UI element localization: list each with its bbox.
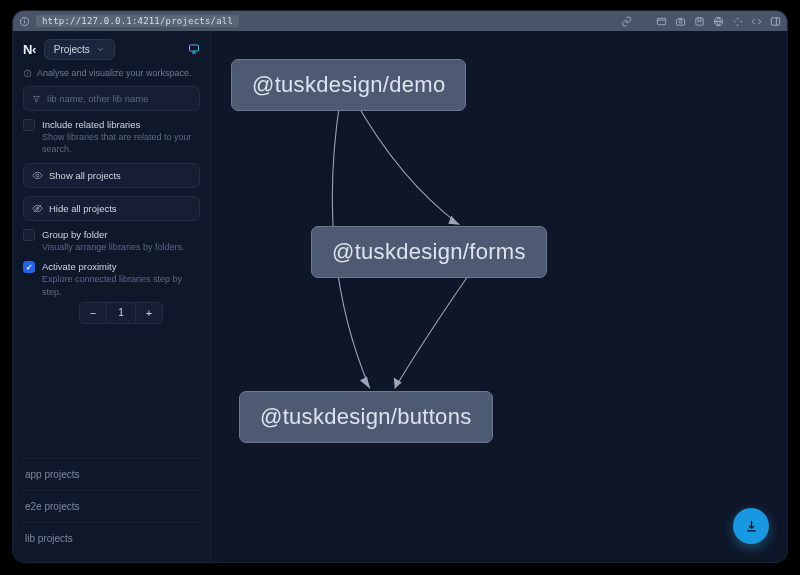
monitor-icon[interactable] [188, 43, 200, 57]
sidebar-toggle-icon[interactable] [770, 16, 781, 27]
proximity-decrement[interactable]: − [79, 302, 107, 324]
projects-dropdown-label: Projects [54, 44, 90, 55]
graph-node-demo[interactable]: @tuskdesign/demo [231, 59, 466, 111]
svg-rect-5 [676, 19, 684, 25]
svg-rect-9 [771, 17, 779, 24]
browser-url-bar: http://127.0.0.1:4211/projects/all [13, 11, 787, 31]
proximity-value: 1 [107, 302, 135, 324]
projects-dropdown[interactable]: Projects [44, 39, 115, 60]
include-related-checkbox[interactable] [23, 119, 35, 131]
download-icon [744, 519, 759, 534]
section-app-projects[interactable]: app projects [23, 458, 200, 490]
extension-icon[interactable] [732, 16, 743, 27]
bookmark-icon[interactable] [694, 16, 705, 27]
eye-icon [32, 170, 43, 181]
info-icon[interactable] [19, 16, 30, 27]
link-icon[interactable] [621, 16, 632, 27]
svg-marker-21 [360, 377, 370, 389]
svg-point-17 [36, 174, 39, 177]
search-input[interactable] [47, 93, 191, 104]
url-text[interactable]: http://127.0.0.1:4211/projects/all [36, 15, 239, 27]
svg-point-6 [679, 20, 682, 23]
svg-rect-3 [657, 18, 665, 24]
svg-rect-11 [190, 45, 199, 51]
section-e2e-projects[interactable]: e2e projects [23, 490, 200, 522]
window-icon[interactable] [656, 16, 667, 27]
proximity-stepper: − 1 + [42, 302, 200, 324]
dependency-graph[interactable]: @tuskdesign/demo @tuskdesign/forms @tusk… [211, 31, 787, 562]
eye-off-icon [32, 203, 43, 214]
devtools-icon[interactable] [751, 16, 762, 27]
globe-icon[interactable] [713, 16, 724, 27]
sidebar: N‹ Projects Analyse and visualize your w… [13, 31, 211, 562]
proximity-increment[interactable]: + [135, 302, 163, 324]
filter-icon [32, 94, 41, 104]
hide-all-button[interactable]: Hide all projects [23, 196, 200, 221]
workspace-hint: Analyse and visualize your workspace. [23, 68, 200, 78]
download-button[interactable] [733, 508, 769, 544]
chevron-down-icon [96, 45, 105, 54]
activate-proximity-checkbox[interactable] [23, 261, 35, 273]
graph-node-buttons[interactable]: @tuskdesign/buttons [239, 391, 493, 443]
svg-rect-7 [696, 17, 703, 24]
group-by-folder-option[interactable]: Group by folder Visually arrange librari… [23, 229, 200, 253]
search-input-wrapper[interactable] [23, 86, 200, 111]
graph-node-forms[interactable]: @tuskdesign/forms [311, 226, 547, 278]
include-related-option[interactable]: Include related libraries Show libraries… [23, 119, 200, 155]
nx-logo: N‹ [23, 42, 36, 57]
activate-proximity-option[interactable]: Activate proximity Explore connected lib… [23, 261, 200, 323]
group-by-folder-checkbox[interactable] [23, 229, 35, 241]
show-all-button[interactable]: Show all projects [23, 163, 200, 188]
app-window: http://127.0.0.1:4211/projects/all N‹ Pr… [12, 10, 788, 563]
section-lib-projects[interactable]: lib projects [23, 522, 200, 554]
camera-icon[interactable] [675, 16, 686, 27]
info-icon [23, 69, 32, 78]
